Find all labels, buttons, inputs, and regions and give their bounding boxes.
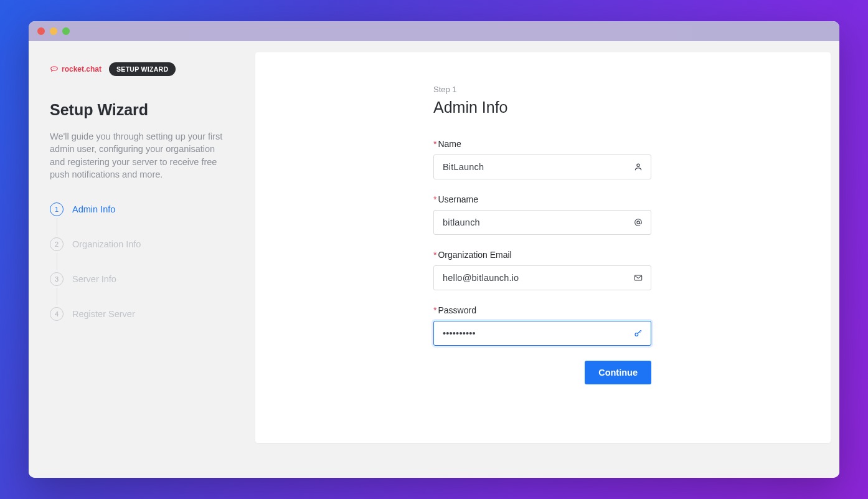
titlebar <box>29 21 839 41</box>
step-organization-info[interactable]: 2 Organization Info <box>50 237 239 252</box>
label-org-email: *Organization Email <box>433 250 651 260</box>
form-title: Admin Info <box>433 98 651 116</box>
user-icon <box>633 162 643 172</box>
sidebar: rocket.chat SETUP WIZARD Setup Wizard We… <box>29 41 255 478</box>
form-area: Step 1 Admin Info *Name *Username <box>433 85 651 384</box>
field-password: *Password <box>433 305 651 346</box>
app-window: rocket.chat SETUP WIZARD Setup Wizard We… <box>29 21 839 478</box>
svg-point-0 <box>53 68 54 69</box>
label-name: *Name <box>433 139 651 149</box>
step-number: 1 <box>50 202 64 216</box>
field-username: *Username <box>433 194 651 235</box>
name-input[interactable] <box>443 162 626 172</box>
step-number: 4 <box>50 307 64 321</box>
form-step-label: Step 1 <box>433 85 651 94</box>
password-input[interactable] <box>443 328 626 338</box>
step-label: Server Info <box>72 274 116 284</box>
field-org-email: *Organization Email <box>433 250 651 290</box>
svg-point-6 <box>635 333 638 336</box>
input-wrap-username[interactable] <box>433 210 651 235</box>
step-list: 1 Admin Info 2 Organization Info 3 Serve… <box>50 202 239 321</box>
input-wrap-name[interactable] <box>433 154 651 179</box>
org-email-input[interactable] <box>443 273 626 283</box>
at-icon <box>633 217 643 227</box>
input-wrap-org-email[interactable] <box>433 265 651 290</box>
maximize-icon[interactable] <box>62 27 70 35</box>
setup-wizard-pill: SETUP WIZARD <box>109 62 176 76</box>
minimize-icon[interactable] <box>50 27 57 35</box>
input-wrap-password[interactable] <box>433 321 651 346</box>
step-number: 3 <box>50 272 64 286</box>
close-icon[interactable] <box>37 27 45 35</box>
rocket-icon <box>50 64 59 75</box>
step-server-info[interactable]: 3 Server Info <box>50 272 239 287</box>
step-label: Register Server <box>72 309 135 319</box>
label-password: *Password <box>433 305 651 315</box>
label-username: *Username <box>433 194 651 204</box>
sidebar-title: Setup Wizard <box>50 101 239 119</box>
svg-point-4 <box>637 221 639 224</box>
form-card: Step 1 Admin Info *Name *Username <box>255 52 831 443</box>
step-admin-info[interactable]: 1 Admin Info <box>50 202 239 217</box>
svg-point-1 <box>54 68 54 69</box>
step-number: 2 <box>50 237 64 251</box>
brand-name: rocket.chat <box>62 65 101 74</box>
form-actions: Continue <box>433 361 651 384</box>
field-name: *Name <box>433 139 651 179</box>
brand-logo: rocket.chat <box>50 64 101 75</box>
username-input[interactable] <box>443 217 626 227</box>
key-icon <box>633 328 643 338</box>
svg-point-3 <box>637 164 639 166</box>
app-body: rocket.chat SETUP WIZARD Setup Wizard We… <box>29 41 839 478</box>
svg-point-2 <box>55 68 55 69</box>
step-label: Admin Info <box>72 204 115 214</box>
step-label: Organization Info <box>72 239 141 249</box>
step-register-server[interactable]: 4 Register Server <box>50 307 239 321</box>
brand-row: rocket.chat SETUP WIZARD <box>50 62 239 76</box>
continue-button[interactable]: Continue <box>585 361 651 384</box>
sidebar-description: We'll guide you through setting up your … <box>50 130 227 181</box>
mail-icon <box>633 273 643 283</box>
